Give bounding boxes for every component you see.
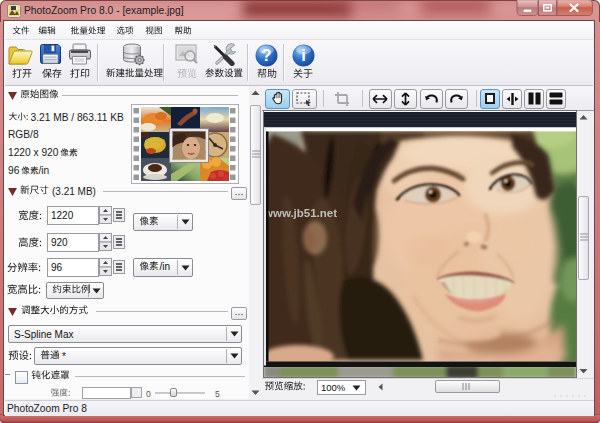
svg-text:i: i xyxy=(301,46,306,64)
svg-text:www.jb51.net: www.jb51.net xyxy=(263,207,337,219)
svg-text:?: ? xyxy=(261,46,271,64)
